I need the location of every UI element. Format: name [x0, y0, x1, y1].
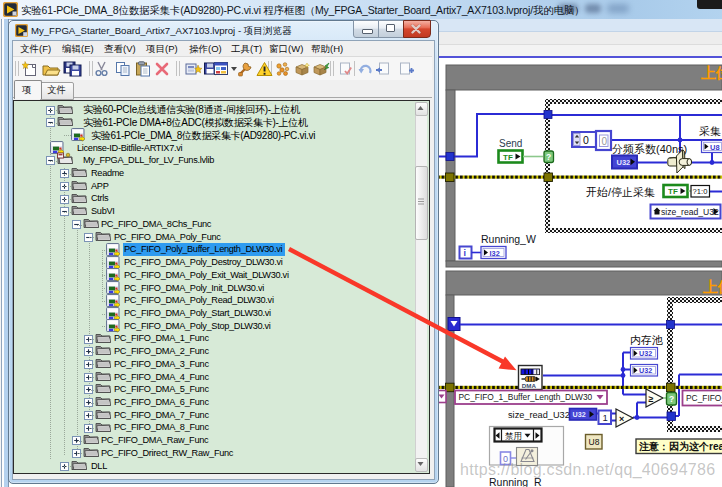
- svg-text:PC_FIFO_1_Buffer_Length_DLW30: PC_FIFO_1_Buffer_Length_DLW30: [459, 392, 593, 402]
- svg-text:Send: Send: [499, 138, 522, 149]
- svg-text:?: ?: [669, 394, 674, 404]
- svg-text:?1:0: ?1:0: [693, 187, 708, 196]
- svg-text:开始/停止采集: 开始/停止采集: [586, 186, 655, 198]
- svg-text:size_read_U32: size_read_U32: [508, 410, 570, 420]
- svg-text:TF: TF: [503, 153, 513, 162]
- svg-text:≥: ≥: [649, 394, 654, 404]
- svg-text:U8: U8: [589, 437, 600, 447]
- svg-text:采集: 采集: [699, 125, 721, 137]
- svg-text:PC_FIFO_: PC_FIFO_: [686, 393, 722, 403]
- svg-text:size_read_U32: size_read_U32: [661, 207, 719, 217]
- svg-text:上位: 上位: [700, 64, 722, 81]
- svg-text:i: i: [464, 248, 467, 258]
- svg-text:禁用: 禁用: [505, 431, 522, 441]
- svg-text:I32: I32: [490, 249, 500, 258]
- svg-text:0: 0: [583, 134, 589, 146]
- svg-text:0: 0: [602, 136, 608, 147]
- svg-text:U32: U32: [639, 366, 652, 375]
- svg-text:分频系数(40ns): 分频系数(40ns): [612, 143, 687, 155]
- svg-text:×: ×: [619, 414, 624, 424]
- svg-text:?: ?: [546, 152, 551, 162]
- svg-text:U32: U32: [573, 410, 586, 419]
- svg-text:注意：因为这个read: 注意：因为这个read: [638, 441, 722, 452]
- svg-text:内存池: 内存池: [630, 334, 663, 346]
- svg-text:U32: U32: [617, 158, 631, 167]
- svg-text:上位: 上位: [702, 278, 722, 295]
- svg-text:U8: U8: [710, 143, 720, 152]
- svg-text:Running_W: Running_W: [481, 233, 536, 245]
- svg-text:U32: U32: [639, 349, 652, 358]
- svg-text:DMA: DMA: [522, 382, 537, 389]
- svg-text:TF: TF: [668, 187, 678, 196]
- svg-text:1: 1: [603, 412, 608, 423]
